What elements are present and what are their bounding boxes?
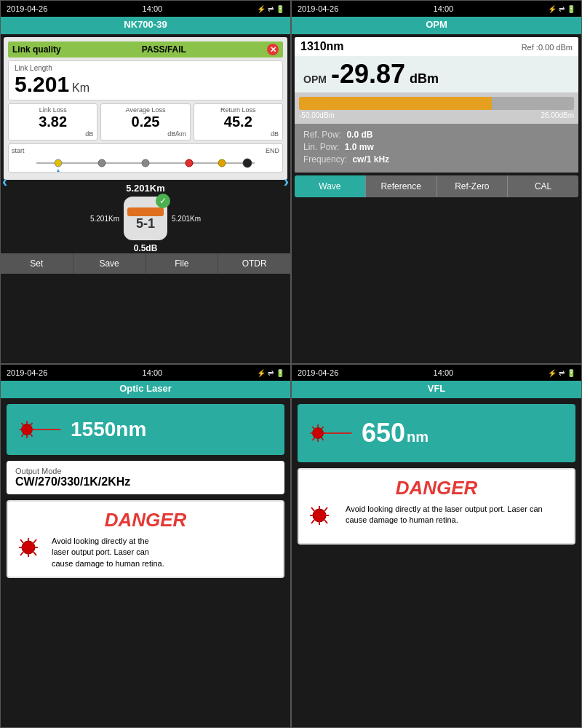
laser-icon [18, 416, 62, 443]
link-length-value: 5.201 Km [15, 72, 276, 97]
opm-freq-row: Frequency: cw/1 kHz [303, 154, 570, 165]
laser-content: 1550nm Output Mode CW/270/330/1K/2KHz DA… [1, 398, 290, 584]
svg-line-34 [322, 427, 324, 430]
opm-bar-labels: -50.00dBm 26.00dBm [299, 111, 574, 119]
opm-freq-label: Frequency: [303, 154, 347, 165]
opm-tab-bar: Wave Reference Ref-Zero CAL [295, 175, 578, 197]
event-icon: ✓ 5-1 [124, 197, 167, 240]
laser-burst-icon [18, 416, 62, 443]
tab-set[interactable]: Set [1, 253, 73, 274]
opm-bar-max: 26.00dBm [541, 111, 574, 119]
screen-vfl: 2019-04-26 14:00 ⚡ ⇌ 🔋 VFL [291, 364, 582, 728]
opm-tab-wave[interactable]: Wave [295, 175, 366, 197]
title-bar-3: Optic Laser [1, 381, 290, 398]
danger-laser-icon-3 [17, 536, 46, 568]
status-time-2: 14:00 [434, 4, 454, 13]
status-time-3: 14:00 [143, 368, 163, 377]
danger-content-3: Avoid looking directly at the laser outp… [17, 536, 274, 569]
title-bar-4: VFL [292, 381, 581, 398]
avg-loss-value: 0.25 [105, 114, 186, 130]
tab-otdr[interactable]: OTDR [218, 253, 290, 274]
svg-line-45 [311, 520, 314, 523]
status-date-1: 2019-04-26 [7, 4, 47, 13]
title-bar-1: NK700-39 [1, 17, 290, 34]
opm-ref-pow-label: Ref. Pow: [303, 130, 341, 140]
opm-lin-pow-value: 1.0 mw [345, 142, 374, 152]
screen-opm: 2019-04-26 14:00 ⚡ ⇌ 🔋 OPM 1310nm Ref :0… [291, 0, 582, 364]
status-bar-2: 2019-04-26 14:00 ⚡ ⇌ 🔋 [292, 1, 581, 17]
metrics-row: Link Loss 3.82 dB Average Loss 0.25 dB/k… [8, 103, 283, 141]
return-loss-value: 45.2 [198, 114, 279, 130]
link-loss-unit: dB [12, 130, 93, 138]
danger-title-3: DANGER [17, 509, 274, 531]
svg-point-4 [186, 159, 193, 167]
danger-text-3: Avoid looking directly at the laser outp… [52, 536, 164, 569]
event-check-icon: ✓ [156, 194, 170, 208]
svg-point-2 [98, 159, 105, 167]
status-time-1: 14:00 [143, 4, 163, 13]
vfl-wavelength-box: 650 nm [298, 404, 575, 462]
status-icons-1: ⚡ ⇌ 🔋 [257, 5, 284, 13]
status-icons-2: ⚡ ⇌ 🔋 [548, 5, 575, 13]
event-id: 5-1 [136, 216, 155, 232]
svg-line-42 [311, 507, 314, 511]
danger-text-line1-3: Avoid looking directly at the [52, 536, 164, 547]
trace-end: END [266, 147, 279, 154]
event-db: 0.5dB [134, 243, 158, 253]
trace-start: start [12, 147, 25, 154]
link-length-label: Link Length [15, 64, 276, 72]
avg-loss-box: Average Loss 0.25 dB/km [100, 103, 190, 141]
event-right-label: 5.201Km [172, 215, 219, 223]
event-left-label: 5.201Km [72, 215, 119, 223]
danger-text-line2-3: laser output port. Laser can [52, 547, 164, 558]
svg-line-16 [22, 434, 24, 437]
svg-line-15 [31, 423, 33, 426]
svg-line-44 [324, 507, 327, 511]
nav-left-arrow[interactable]: ‹ [2, 173, 7, 191]
trace-svg [12, 154, 279, 172]
svg-line-33 [322, 437, 324, 440]
event-km-top: 5.201Km [126, 183, 164, 194]
link-length-box: Link Length 5.201 Km [8, 60, 283, 100]
vfl-danger-content: Avoid looking directly at the laser outp… [308, 504, 565, 536]
vfl-laser-icon [309, 420, 353, 446]
opm-reading-unit: dBm [410, 71, 439, 87]
event-connector [127, 207, 164, 216]
opm-bar-fill [299, 97, 492, 110]
link-length-number: 5.201 [15, 72, 69, 97]
opm-tab-refzero[interactable]: Ref-Zero [437, 175, 509, 197]
opm-reading-box: OPM -29.87 dBm [295, 56, 578, 92]
vfl-danger-laser-icon [308, 504, 340, 536]
status-bar-4: 2019-04-26 14:00 ⚡ ⇌ 🔋 [292, 365, 581, 381]
return-loss-box: Return Loss 45.2 dB [194, 103, 283, 141]
opm-lin-pow-row: Lin. Pow: 1.0 mw [303, 142, 570, 152]
opm-reading-label: OPM [303, 74, 327, 85]
svg-line-24 [33, 552, 36, 555]
link-quality-bar: Link quality PASS/FAIL ✕ [8, 41, 283, 58]
svg-line-35 [313, 438, 315, 440]
event-area: 5.201Km 5.201Km ✓ 5-1 5.201Km 0.5dB [1, 183, 290, 253]
tab-save[interactable]: Save [73, 253, 146, 274]
opm-tab-cal[interactable]: CAL [508, 175, 578, 197]
opm-ref-pow-value: 0.0 dB [346, 130, 372, 140]
status-icons-4: ⚡ ⇌ 🔋 [548, 369, 575, 377]
otdr-content: Link quality PASS/FAIL ✕ Link Length 5.2… [4, 37, 287, 180]
screen-optic-laser: 2019-04-26 14:00 ⚡ ⇌ 🔋 Optic Laser [0, 364, 291, 728]
opm-bar-min: -50.00dBm [299, 111, 335, 119]
svg-point-18 [22, 541, 35, 554]
link-loss-label: Link Loss [12, 106, 93, 114]
link-quality-value: PASS/FAIL [142, 44, 186, 55]
status-bar-1: 2019-04-26 14:00 ⚡ ⇌ 🔋 [1, 1, 290, 17]
nav-right-arrow[interactable]: › [284, 173, 289, 191]
tab-bar-1: Set Save File OTDR [1, 253, 290, 274]
status-time-4: 14:00 [434, 368, 454, 377]
tab-file[interactable]: File [146, 253, 219, 274]
opm-content: 1310nm Ref :0.00 dBm OPM -29.87 dBm -50.… [295, 37, 578, 173]
status-icons-3: ⚡ ⇌ 🔋 [257, 369, 284, 377]
close-button[interactable]: ✕ [267, 44, 279, 55]
vfl-wavelength-number: 650 [362, 418, 405, 448]
status-date-4: 2019-04-26 [298, 368, 338, 377]
opm-bar-track [299, 97, 574, 110]
opm-wavelength: 1310nm [300, 40, 344, 53]
opm-tab-reference[interactable]: Reference [366, 175, 437, 197]
